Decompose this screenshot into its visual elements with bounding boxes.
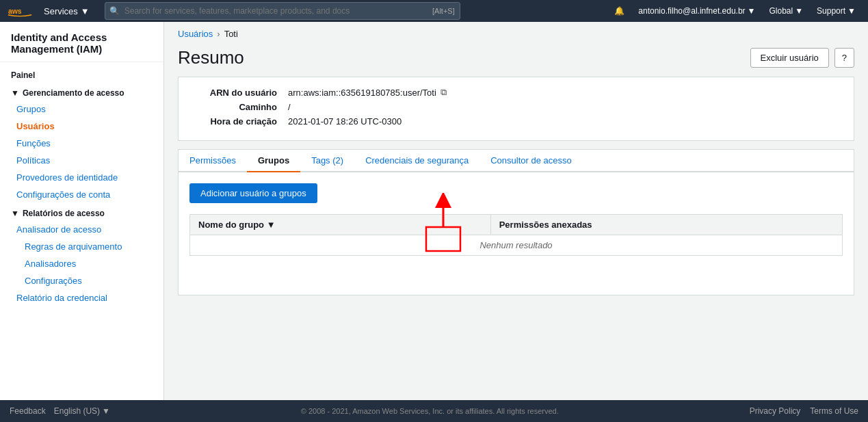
breadcrumb-separator: › xyxy=(217,29,220,39)
main-container: ◀ Identity and Access Management (IAM) P… xyxy=(0,22,868,400)
sidebar-collapse-button[interactable]: ◀ xyxy=(163,198,164,225)
breadcrumb: Usuários › Toti xyxy=(164,22,868,42)
global-button[interactable]: Global ▼ xyxy=(764,3,809,18)
empty-message: Nenhum resultado xyxy=(190,235,843,256)
bottom-left: Feedback English (US) ▼ xyxy=(10,406,110,416)
language-label: English (US) xyxy=(54,406,100,416)
chevron-down-icon: ▼ xyxy=(102,406,110,416)
sidebar-item-configuracoes-conta[interactable]: Configurações de conta xyxy=(0,186,163,203)
bottom-bar: Feedback English (US) ▼ © 2008 - 2021, A… xyxy=(0,400,868,422)
top-nav: aws Services ▼ 🔍 [Alt+S] 🔔 antonio.filho… xyxy=(0,0,868,22)
caminho-label: Caminho xyxy=(192,102,288,112)
nav-right: 🔔 antonio.filho@al.infnet.edu.br ▼ Globa… xyxy=(609,3,861,18)
breadcrumb-current: Toti xyxy=(224,29,238,39)
chevron-down-icon: ▼ xyxy=(795,6,803,16)
col-nome-grupo[interactable]: Nome do grupo ▼ xyxy=(190,215,491,235)
excluir-usuario-button[interactable]: Excluir usuário xyxy=(750,48,829,68)
col-permissoes: Permissões anexadas xyxy=(490,215,842,235)
user-menu-button[interactable]: antonio.filho@al.infnet.edu.br ▼ xyxy=(633,3,761,18)
global-label: Global xyxy=(770,6,793,16)
breadcrumb-parent[interactable]: Usuários xyxy=(178,29,213,39)
feedback-link[interactable]: Feedback xyxy=(10,406,46,416)
sidebar-section-gerenciamento[interactable]: ▼ Gerenciamento de acesso xyxy=(0,83,163,101)
sidebar-title: Identity and Access Management (IAM) xyxy=(0,22,163,62)
sidebar-item-regras[interactable]: Regras de arquivamento xyxy=(0,238,163,255)
search-icon: 🔍 xyxy=(109,6,120,16)
sidebar-item-analisador[interactable]: Analisador de acesso xyxy=(0,221,163,238)
tabs-container: Permissões Grupos Tags (2) Credenciais d… xyxy=(178,149,854,295)
arn-row: ARN do usuário arn:aws:iam::635619180785… xyxy=(192,87,840,98)
sidebar-item-analisadores[interactable]: Analisadores xyxy=(0,255,163,272)
tab-consultor[interactable]: Consultor de acesso xyxy=(479,150,583,172)
chevron-down-icon: ▼ xyxy=(81,6,90,16)
sidebar-item-provedores[interactable]: Provedores de identidade xyxy=(0,169,163,186)
aws-logo[interactable]: aws xyxy=(7,3,33,19)
copyright: © 2008 - 2021, Amazon Web Services, Inc.… xyxy=(110,407,750,415)
sidebar-item-config[interactable]: Configurações xyxy=(0,272,163,289)
chevron-down-icon: ▼ xyxy=(11,209,19,218)
bell-icon: 🔔 xyxy=(614,6,624,16)
sort-icon: ▼ xyxy=(267,220,276,230)
section-label: Gerenciamento de acesso xyxy=(23,88,124,98)
search-shortcut: [Alt+S] xyxy=(432,7,455,15)
sidebar: ◀ Identity and Access Management (IAM) P… xyxy=(0,22,164,400)
tab-credenciais[interactable]: Credenciais de segurança xyxy=(354,150,479,172)
sidebar-item-usuarios[interactable]: Usuários xyxy=(0,118,163,135)
criacao-row: Hora de criação 2021-01-07 18:26 UTC-030… xyxy=(192,116,840,127)
arn-text: arn:aws:iam::635619180785:user/Toti xyxy=(288,88,436,98)
services-button[interactable]: Services ▼ xyxy=(38,3,95,19)
sidebar-item-politicas[interactable]: Políticas xyxy=(0,152,163,169)
groups-table: Nome do grupo ▼ Permissões anexadas Nenh… xyxy=(189,214,843,256)
chevron-down-icon: ▼ xyxy=(11,88,19,98)
tab-tags[interactable]: Tags (2) xyxy=(300,150,354,172)
page-header: Resumo Excluir usuário ? xyxy=(164,42,868,77)
table-empty-row: Nenhum resultado xyxy=(190,235,843,256)
sidebar-section-relatorios[interactable]: ▼ Relatórios de acesso xyxy=(0,203,163,221)
support-button[interactable]: Support ▼ xyxy=(811,3,861,18)
sidebar-painel[interactable]: Painel xyxy=(0,62,163,83)
criacao-value: 2021-01-07 18:26 UTC-0300 xyxy=(288,116,402,127)
tab-grupos[interactable]: Grupos xyxy=(247,150,300,172)
caminho-row: Caminho / xyxy=(192,102,840,112)
page-title: Resumo xyxy=(178,47,244,68)
sidebar-item-grupos[interactable]: Grupos xyxy=(0,101,163,118)
main-content: Usuários › Toti Resumo Excluir usuário ?… xyxy=(164,22,868,400)
search-bar: 🔍 [Alt+S] xyxy=(105,2,460,20)
arn-value: arn:aws:iam::635619180785:user/Toti ⧉ xyxy=(288,87,447,98)
tab-permissoes[interactable]: Permissões xyxy=(179,150,247,172)
svg-text:aws: aws xyxy=(8,8,22,15)
header-actions: Excluir usuário ? xyxy=(750,48,855,68)
chevron-down-icon: ▼ xyxy=(847,6,856,16)
terms-of-use-link[interactable]: Terms of Use xyxy=(810,406,858,416)
privacy-policy-link[interactable]: Privacy Policy xyxy=(750,406,801,416)
search-input[interactable] xyxy=(105,2,460,20)
support-label: Support xyxy=(817,6,845,16)
arn-label: ARN do usuário xyxy=(192,88,288,98)
sidebar-item-funcoes[interactable]: Funções xyxy=(0,135,163,152)
notifications-button[interactable]: 🔔 xyxy=(609,3,630,18)
section-label: Relatórios de acesso xyxy=(23,209,105,218)
criacao-label: Hora de criação xyxy=(192,116,288,127)
add-group-button[interactable]: Adicionar usuário a grupos xyxy=(189,183,317,203)
bottom-right: Privacy Policy Terms of Use xyxy=(750,406,858,416)
tabs-bar: Permissões Grupos Tags (2) Credenciais d… xyxy=(178,149,854,172)
help-button[interactable]: ? xyxy=(834,48,854,68)
services-label: Services xyxy=(44,6,78,16)
user-email: antonio.filho@al.infnet.edu.br xyxy=(638,6,745,16)
sidebar-item-relatorio-credencial[interactable]: Relatório da credencial xyxy=(0,289,163,306)
copy-icon[interactable]: ⧉ xyxy=(440,87,447,98)
user-info-card: ARN do usuário arn:aws:iam::635619180785… xyxy=(178,77,854,141)
caminho-value: / xyxy=(288,102,291,112)
chevron-down-icon: ▼ xyxy=(748,6,756,16)
tab-content-grupos: Adicionar usuário a grupos xyxy=(178,172,854,295)
language-button[interactable]: English (US) ▼ xyxy=(54,406,110,416)
